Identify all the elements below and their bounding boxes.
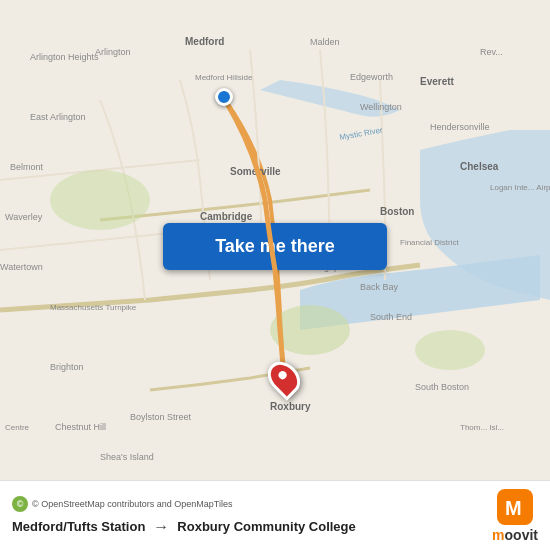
svg-text:Centre: Centre bbox=[5, 423, 30, 432]
svg-text:Brighton: Brighton bbox=[50, 362, 84, 372]
origin-station: Medford/Tufts Station bbox=[12, 519, 145, 534]
svg-text:Massachusetts Turnpike: Massachusetts Turnpike bbox=[50, 303, 137, 312]
moovit-name-rest: oovit bbox=[505, 527, 538, 543]
svg-text:Arlington: Arlington bbox=[95, 47, 131, 57]
svg-text:Boston: Boston bbox=[380, 206, 414, 217]
svg-text:Belmont: Belmont bbox=[10, 162, 44, 172]
svg-text:Hendersonville: Hendersonville bbox=[430, 122, 490, 132]
svg-text:South End: South End bbox=[370, 312, 412, 322]
moovit-text: moovit bbox=[492, 527, 538, 543]
destination-station: Roxbury Community College bbox=[177, 519, 355, 534]
attribution-text: © OpenStreetMap contributors and OpenMap… bbox=[32, 499, 232, 509]
svg-text:Roxbury: Roxbury bbox=[270, 401, 311, 412]
osm-logo: © bbox=[12, 496, 28, 512]
svg-text:Malden: Malden bbox=[310, 37, 340, 47]
destination-marker bbox=[270, 360, 298, 396]
svg-text:Medford Hillside: Medford Hillside bbox=[195, 73, 253, 82]
svg-text:Rev...: Rev... bbox=[480, 47, 503, 57]
svg-text:Thom... Isl...: Thom... Isl... bbox=[460, 423, 504, 432]
svg-text:South Boston: South Boston bbox=[415, 382, 469, 392]
footer-bar: © © OpenStreetMap contributors and OpenM… bbox=[0, 480, 550, 550]
svg-text:M: M bbox=[505, 497, 522, 519]
svg-text:Waverley: Waverley bbox=[5, 212, 43, 222]
svg-text:Shea's Island: Shea's Island bbox=[100, 452, 154, 462]
moovit-logo: M moovit bbox=[492, 489, 538, 543]
svg-point-3 bbox=[415, 330, 485, 370]
svg-text:Logan Inte... Airp...: Logan Inte... Airp... bbox=[490, 183, 550, 192]
footer-left: © © OpenStreetMap contributors and OpenM… bbox=[12, 496, 356, 536]
svg-point-1 bbox=[270, 305, 350, 355]
svg-text:Chestnut Hill: Chestnut Hill bbox=[55, 422, 106, 432]
origin-marker bbox=[215, 88, 233, 106]
svg-text:Edgeworth: Edgeworth bbox=[350, 72, 393, 82]
svg-text:Medford: Medford bbox=[185, 36, 224, 47]
svg-text:Back Bay: Back Bay bbox=[360, 282, 399, 292]
take-me-there-button[interactable]: Take me there bbox=[163, 223, 387, 270]
attribution: © © OpenStreetMap contributors and OpenM… bbox=[12, 496, 232, 512]
arrow-icon: → bbox=[153, 518, 169, 536]
svg-text:Wellington: Wellington bbox=[360, 102, 402, 112]
map-container: Arlington Heights Arlington East Arlingt… bbox=[0, 0, 550, 480]
svg-text:Somerville: Somerville bbox=[230, 166, 281, 177]
svg-text:Everett: Everett bbox=[420, 76, 455, 87]
svg-text:Financial District: Financial District bbox=[400, 238, 459, 247]
svg-text:Chelsea: Chelsea bbox=[460, 161, 499, 172]
svg-text:East Arlington: East Arlington bbox=[30, 112, 86, 122]
moovit-icon: M bbox=[497, 489, 533, 525]
route-info: Medford/Tufts Station → Roxbury Communit… bbox=[12, 518, 356, 536]
svg-text:Cambridge: Cambridge bbox=[200, 211, 253, 222]
svg-point-2 bbox=[50, 170, 150, 230]
svg-text:Watertown: Watertown bbox=[0, 262, 43, 272]
svg-text:Boylston Street: Boylston Street bbox=[130, 412, 192, 422]
svg-text:Arlington Heights: Arlington Heights bbox=[30, 52, 99, 62]
